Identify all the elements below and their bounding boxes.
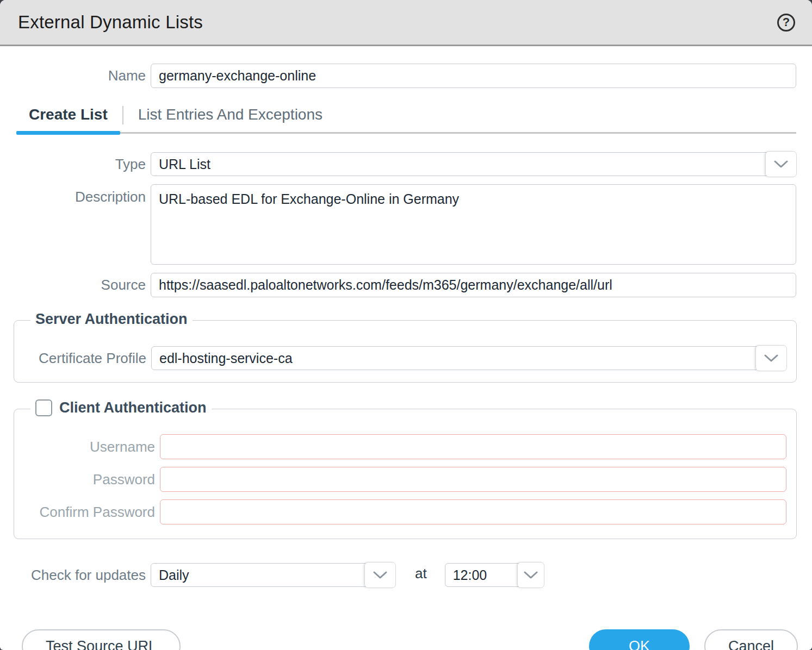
update-time-dropdown[interactable]: 12:00 [445,563,544,587]
server-authentication-section: Server Authentication Certificate Profil… [14,320,797,383]
dialog-footer: Test Source URL OK Cancel [22,629,798,650]
tab-list-entries-and-exceptions[interactable]: List Entries And Exceptions [126,106,335,132]
client-authentication-legend: Client Authentication [30,399,212,416]
description-label: Description [0,184,151,205]
check-for-updates-row: Check for updates Daily at 12:00 [0,563,796,587]
dialog-header: External Dynamic Lists ? [0,0,812,46]
certificate-profile-row: Certificate Profile edl-hosting-service-… [14,346,786,370]
password-row: Password [14,467,786,492]
username-row: Username [14,434,786,459]
name-row: Name [0,64,796,88]
ok-button[interactable]: OK [589,629,690,650]
confirm-password-label: Confirm Password [14,504,160,521]
chevron-down-icon[interactable] [765,151,797,177]
server-authentication-legend: Server Authentication [30,311,193,328]
at-label: at [415,565,427,582]
chevron-down-icon[interactable] [755,345,787,371]
source-label: Source [0,277,151,293]
type-row: Type URL List [0,152,796,176]
source-input[interactable] [151,273,796,297]
chevron-down-icon[interactable] [364,562,396,588]
name-label: Name [0,67,151,84]
type-label: Type [0,156,151,173]
help-icon[interactable]: ? [777,14,795,32]
description-textarea[interactable]: URL-based EDL for Exchange-Online in Ger… [151,184,796,265]
description-row: Description URL-based EDL for Exchange-O… [0,184,796,265]
type-dropdown[interactable]: URL List [151,152,796,176]
dialog-title: External Dynamic Lists [18,12,203,33]
certificate-profile-value: edl-hosting-service-ca [159,351,293,366]
chevron-down-icon[interactable] [517,562,544,588]
confirm-password-row: Confirm Password [14,499,786,524]
update-interval-dropdown[interactable]: Daily [151,563,395,587]
password-label: Password [14,471,160,488]
client-authentication-section: Client Authentication Username Password … [14,409,797,539]
confirm-password-input[interactable] [160,499,786,524]
certificate-profile-dropdown[interactable]: edl-hosting-service-ca [151,346,786,370]
update-interval-value: Daily [159,567,189,583]
tab-create-list[interactable]: Create List [16,106,120,132]
source-row: Source [0,273,796,297]
test-source-url-button[interactable]: Test Source URL [22,629,181,650]
name-input[interactable] [151,64,796,88]
username-label: Username [14,439,160,455]
check-for-updates-label: Check for updates [0,567,151,584]
external-dynamic-lists-dialog: External Dynamic Lists ? Name Create Lis… [0,0,812,650]
tab-bar: Create List List Entries And Exceptions [16,106,796,134]
certificate-profile-label: Certificate Profile [14,350,151,367]
tab-separator [122,106,123,124]
type-dropdown-value: URL List [159,157,210,172]
update-time-value: 12:00 [453,567,487,583]
cancel-button[interactable]: Cancel [704,629,798,650]
client-authentication-checkbox[interactable] [35,399,52,416]
password-input[interactable] [160,467,786,492]
username-input[interactable] [160,434,786,459]
